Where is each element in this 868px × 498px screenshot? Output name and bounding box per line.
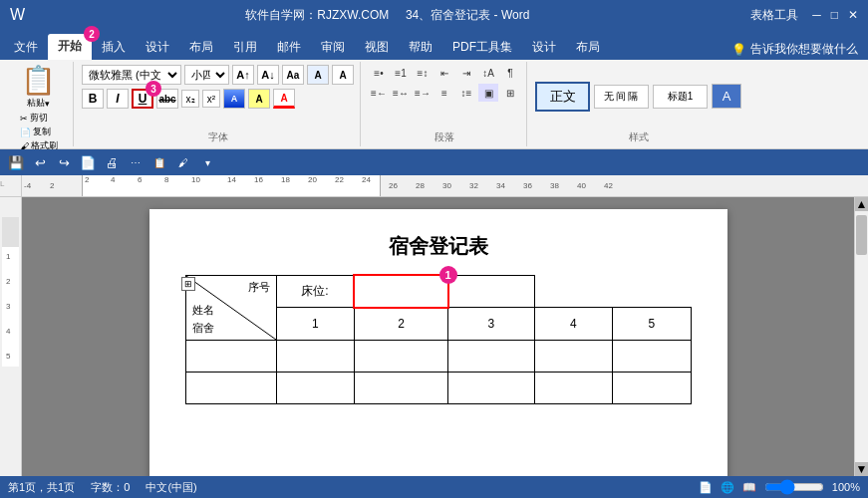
tab-home[interactable]: 开始 <box>48 34 92 60</box>
lightbulb-icon: 💡 <box>731 43 746 57</box>
highlight-button[interactable]: A <box>248 89 270 109</box>
text-color-btn[interactable]: A <box>307 65 329 85</box>
sort-button[interactable]: ↕A <box>478 64 498 82</box>
tab-mailings-label: 邮件 <box>277 39 301 56</box>
shading-button[interactable]: ▣ <box>478 84 498 102</box>
annotation-badge-1: 1 <box>439 266 457 284</box>
change-case-button[interactable]: Aa <box>282 65 304 85</box>
diag-label-dormitory: 宿舍 <box>192 321 214 336</box>
maximize-button[interactable]: □ <box>831 8 838 22</box>
paste-chevron-icon: ▾ <box>45 99 50 109</box>
tab-help[interactable]: 帮助 <box>399 34 442 60</box>
italic-button[interactable]: I <box>107 89 129 109</box>
paste-icon[interactable]: 📋 <box>21 64 56 97</box>
decrease-font-button[interactable]: A↓ <box>257 65 279 85</box>
data-cell-1-2 <box>354 340 447 372</box>
line-spacing-button[interactable]: ↕≡ <box>456 84 476 102</box>
minimize-button[interactable]: ─ <box>812 8 821 22</box>
text-effect-button[interactable]: A <box>223 89 245 109</box>
align-right-button[interactable]: ≡→ <box>413 84 433 102</box>
borders-button[interactable]: ⊞ <box>500 84 520 102</box>
view-web-button[interactable]: 🌐 <box>721 481 734 494</box>
title-bar-right: 表格工具 ─ □ ✕ <box>750 7 858 24</box>
style-heading1-card[interactable]: 标题1 <box>653 85 708 109</box>
tab-design[interactable]: 设计 <box>136 34 179 60</box>
scroll-thumb[interactable] <box>856 215 867 255</box>
zoom-slider[interactable] <box>764 481 824 493</box>
bold-button[interactable]: B <box>82 89 104 109</box>
scroll-down-button[interactable]: ▼ <box>855 462 868 476</box>
ruler-tick-30: 30 <box>442 181 451 190</box>
ruler-tick-6: 6 <box>138 175 142 184</box>
para-row2: ≡← ≡↔ ≡→ ≡ ↕≡ ▣ ⊞ <box>369 84 520 102</box>
ruler-tick-32: 32 <box>469 181 478 190</box>
clipboard-content: 📋 粘贴 ▾ ✂ 剪切 📄 复制 <box>20 64 58 152</box>
show-formatting-button[interactable]: ¶ <box>500 64 520 82</box>
ruler-tick-18: 18 <box>281 175 290 184</box>
superscript-button[interactable]: x² <box>202 90 220 108</box>
document-scroll-area[interactable]: ⊞ 宿舍登记表 <box>22 197 854 476</box>
paste-label: 粘贴 <box>27 97 45 110</box>
qa-save-button[interactable]: 💾 <box>6 152 26 172</box>
copy-icon: 📄 <box>20 127 31 137</box>
tab-mailings[interactable]: 邮件 <box>267 34 311 60</box>
copy-button[interactable]: 📄 复制 <box>20 125 58 138</box>
qa-extra2-button[interactable]: 🖌 <box>173 152 193 172</box>
qa-file-button[interactable]: 📄 <box>78 152 98 172</box>
help-search-button[interactable]: 💡 告诉我你想要做什么 <box>725 39 864 60</box>
tab-table-design[interactable]: 设计 <box>522 34 566 60</box>
increase-font-button[interactable]: A↑ <box>232 65 254 85</box>
view-print-button[interactable]: 📄 <box>699 481 713 494</box>
subscript-button[interactable]: x₂ <box>181 90 199 108</box>
title-bar-center: 软件自学网：RJZXW.COM 34、宿舍登记表 - Word <box>25 7 749 24</box>
qa-more-button[interactable]: ⋯ <box>126 152 145 172</box>
tab-file[interactable]: 文件 <box>4 34 48 60</box>
scroll-up-button[interactable]: ▲ <box>855 197 868 211</box>
ruler-corner-icon: L <box>0 179 4 188</box>
underline-button[interactable]: U <box>132 89 153 109</box>
bed-cell-4-highlighted[interactable]: 1 <box>354 275 447 308</box>
para-row1: ≡• ≡1 ≡↕ ⇤ ⇥ ↕A ¶ <box>369 64 520 82</box>
table-header-row: 序号 姓名 宿舍 床位: <box>185 275 691 308</box>
multilevel-list-button[interactable]: ≡↕ <box>413 64 433 82</box>
tab-table-layout[interactable]: 布局 <box>566 34 610 60</box>
font-extra-btn[interactable]: A <box>332 65 354 85</box>
view-read-button[interactable]: 📖 <box>742 481 756 494</box>
tab-view[interactable]: 视图 <box>355 34 399 60</box>
align-center-button[interactable]: ≡↔ <box>391 84 411 102</box>
table-expand-button[interactable]: ⊞ <box>181 277 195 291</box>
data-cell-1-0 <box>185 340 276 372</box>
paste-dropdown[interactable]: 粘贴 ▾ <box>27 97 50 110</box>
vertical-scrollbar[interactable]: ▲ ▼ <box>854 197 868 476</box>
decrease-indent-button[interactable]: ⇤ <box>434 64 454 82</box>
title-bar-left: W <box>10 6 25 24</box>
tab-layout[interactable]: 布局 <box>179 34 223 60</box>
qa-print-button[interactable]: 🖨 <box>102 152 122 172</box>
numbering-button[interactable]: ≡1 <box>391 64 411 82</box>
increase-indent-button[interactable]: ⇥ <box>456 64 476 82</box>
qa-dropdown-button[interactable]: ▾ <box>197 152 217 172</box>
qa-extra1-button[interactable]: 📋 <box>149 152 169 172</box>
style-no-spacing-card[interactable]: 无间隔 <box>594 85 649 109</box>
style-normal-card[interactable]: 正文 <box>535 82 590 112</box>
data-cell-1-1 <box>276 340 354 372</box>
tab-pdf[interactable]: PDF工具集 <box>442 34 522 60</box>
font-color-button[interactable]: A <box>273 89 295 109</box>
data-cell-2-0 <box>185 372 276 403</box>
ruler-tick-28: 28 <box>416 181 425 190</box>
qa-redo-button[interactable]: ↪ <box>54 152 74 172</box>
document-title: 宿舍登记表 <box>185 233 692 260</box>
cut-button[interactable]: ✂ 剪切 <box>20 112 58 124</box>
bullets-button[interactable]: ≡• <box>369 64 389 82</box>
tab-references[interactable]: 引用 <box>223 34 267 60</box>
data-cell-2-3 <box>448 372 534 403</box>
font-name-select[interactable]: 微软雅黑 (中文 <box>82 65 181 85</box>
justify-button[interactable]: ≡ <box>434 84 454 102</box>
status-bar: 第1页，共1页 字数：0 中文(中国) 📄 🌐 📖 100% <box>0 476 868 498</box>
style-extra-card[interactable]: A <box>712 84 741 109</box>
qa-undo-button[interactable]: ↩ <box>30 152 50 172</box>
close-button[interactable]: ✕ <box>848 8 858 22</box>
tab-review[interactable]: 审阅 <box>311 34 355 60</box>
align-left-button[interactable]: ≡← <box>369 84 389 102</box>
font-size-select[interactable]: 小四 <box>184 65 229 85</box>
